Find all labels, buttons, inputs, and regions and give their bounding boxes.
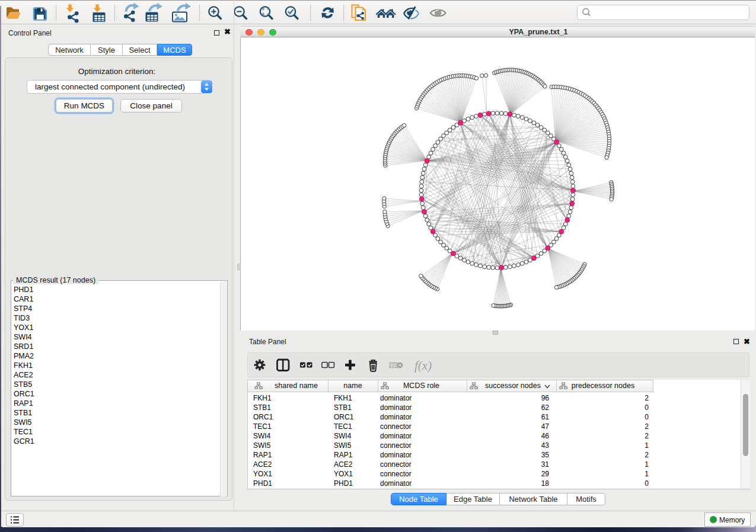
svg-text:f(x): f(x): [414, 358, 432, 373]
